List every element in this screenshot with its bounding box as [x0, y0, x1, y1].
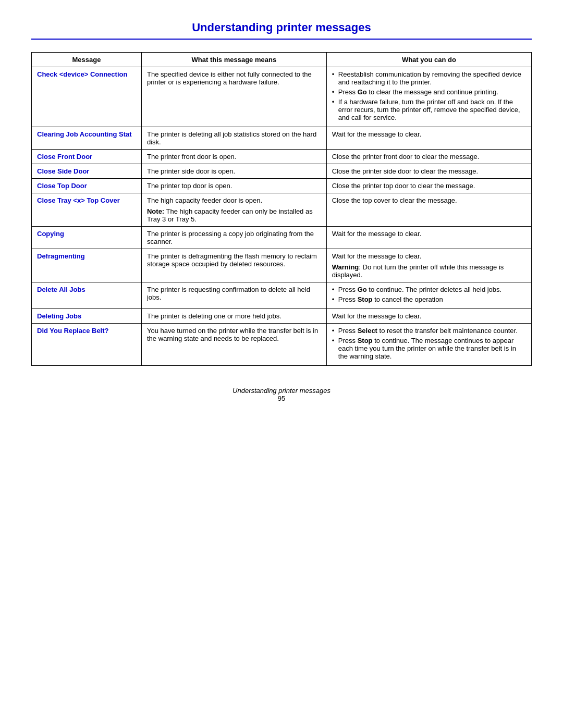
cell-cando: Close the top cover to clear the message… — [326, 193, 531, 227]
table-row: Deleting JobsThe printer is deleting one… — [32, 309, 532, 324]
cell-message: Copying — [32, 227, 142, 249]
title-divider — [31, 39, 532, 40]
footer-page: 95 — [232, 394, 331, 402]
message-label: Deleting Jobs — [37, 312, 81, 320]
cell-cando: Wait for the message to clear. — [326, 227, 531, 249]
cell-means: The printer is requesting confirmation t… — [141, 282, 326, 309]
cell-cando: Close the printer side door to clear the… — [326, 164, 531, 179]
message-label: Check <device> Connection — [37, 70, 127, 78]
cell-means: The printer is defragmenting the flash m… — [141, 249, 326, 282]
cell-means: The high capacity feeder door is open.No… — [141, 193, 326, 227]
cando-list: Reestablish communication by removing th… — [332, 70, 526, 121]
cell-cando: Press Go to continue. The printer delete… — [326, 282, 531, 309]
table-row: Clearing Job Accounting StatThe printer … — [32, 127, 532, 150]
message-label: Did You Replace Belt? — [37, 327, 109, 335]
cando-list: Press Go to continue. The printer delete… — [332, 286, 526, 303]
header-cando: What you can do — [326, 53, 531, 67]
cando-list-item: Press Go to continue. The printer delete… — [332, 286, 526, 293]
table-row: Close Side DoorThe printer side door is … — [32, 164, 532, 179]
cando-list: Press Select to reset the transfer belt … — [332, 327, 526, 360]
message-label: Close Front Door — [37, 153, 92, 161]
cando-warning: Warning: Do not turn the printer off whi… — [332, 263, 526, 279]
table-row: Did You Replace Belt?You have turned on … — [32, 324, 532, 366]
cell-message: Clearing Job Accounting Stat — [32, 127, 142, 150]
table-row: DefragmentingThe printer is defragmentin… — [32, 249, 532, 282]
footer-text: Understanding printer messages — [232, 387, 331, 394]
page-title: Understanding printer messages — [31, 21, 532, 34]
cell-means: The printer top door is open. — [141, 179, 326, 193]
header-message: Message — [32, 53, 142, 67]
table-row: Delete All JobsThe printer is requesting… — [32, 282, 532, 309]
cell-means: The printer is deleting one or more held… — [141, 309, 326, 324]
message-label: Copying — [37, 230, 64, 238]
table-row: Close Top DoorThe printer top door is op… — [32, 179, 532, 193]
header-means: What this message means — [141, 53, 326, 67]
message-label: Clearing Job Accounting Stat — [37, 130, 132, 138]
cell-message: Did You Replace Belt? — [32, 324, 142, 366]
message-label: Delete All Jobs — [37, 286, 85, 293]
cell-message: Close Tray <x> Top Cover — [32, 193, 142, 227]
cando-plain: Wait for the message to clear. — [332, 252, 526, 260]
cando-list-item: Press Go to clear the message and contin… — [332, 88, 526, 96]
cell-message: Close Front Door — [32, 150, 142, 164]
cando-list-item: Press Select to reset the transfer belt … — [332, 327, 526, 335]
cell-cando: Press Select to reset the transfer belt … — [326, 324, 531, 366]
cando-list-item: Press Stop to continue. The message cont… — [332, 337, 526, 360]
cando-list-item: If a hardware failure, turn the printer … — [332, 98, 526, 121]
cell-cando: Close the printer top door to clear the … — [326, 179, 531, 193]
table-row: Close Front DoorThe printer front door i… — [32, 150, 532, 164]
message-label: Close Top Door — [37, 182, 87, 190]
footer: Understanding printer messages 95 — [232, 387, 331, 402]
message-label: Close Side Door — [37, 167, 89, 175]
cell-cando: Close the printer front door to clear th… — [326, 150, 531, 164]
printer-messages-table: Message What this message means What you… — [31, 52, 532, 366]
cando-list-item: Press Stop to cancel the operation — [332, 295, 526, 303]
message-label: Defragmenting — [37, 252, 85, 260]
means-note: Note: The high capacity feeder can only … — [147, 207, 321, 223]
cell-message: Check <device> Connection — [32, 67, 142, 127]
cell-message: Deleting Jobs — [32, 309, 142, 324]
table-row: Check <device> ConnectionThe specified d… — [32, 67, 532, 127]
cell-means: The printer is processing a copy job ori… — [141, 227, 326, 249]
means-text: The high capacity feeder door is open. — [147, 196, 321, 204]
cell-message: Delete All Jobs — [32, 282, 142, 309]
cell-means: The printer front door is open. — [141, 150, 326, 164]
cell-cando: Wait for the message to clear.Warning: D… — [326, 249, 531, 282]
cell-message: Close Side Door — [32, 164, 142, 179]
table-row: CopyingThe printer is processing a copy … — [32, 227, 532, 249]
cell-means: The printer is deleting all job statisti… — [141, 127, 326, 150]
table-header-row: Message What this message means What you… — [32, 53, 532, 67]
message-label: Close Tray <x> Top Cover — [37, 196, 120, 204]
cell-cando: Wait for the message to clear. — [326, 309, 531, 324]
cell-message: Defragmenting — [32, 249, 142, 282]
cell-cando: Wait for the message to clear. — [326, 127, 531, 150]
table-row: Close Tray <x> Top CoverThe high capacit… — [32, 193, 532, 227]
cell-means: You have turned on the printer while the… — [141, 324, 326, 366]
cando-list-item: Reestablish communication by removing th… — [332, 70, 526, 86]
cell-means: The specified device is either not fully… — [141, 67, 326, 127]
cell-cando: Reestablish communication by removing th… — [326, 67, 531, 127]
cell-message: Close Top Door — [32, 179, 142, 193]
cell-means: The printer side door is open. — [141, 164, 326, 179]
